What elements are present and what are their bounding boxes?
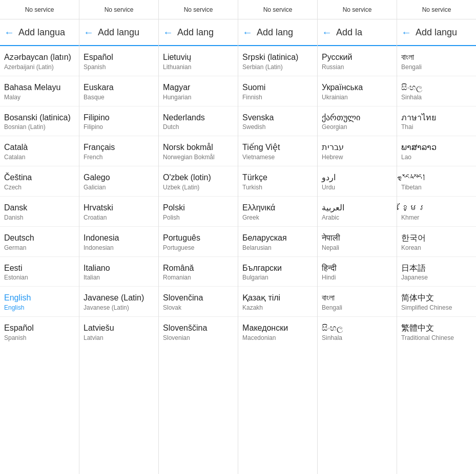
- list-item[interactable]: සිංහලSinhala: [318, 317, 397, 347]
- list-item[interactable]: 繁體中文Traditional Chinese: [397, 317, 476, 347]
- list-item[interactable]: EestiEstonian: [0, 257, 79, 287]
- list-item[interactable]: MagyarHungarian: [159, 76, 238, 106]
- list-item[interactable]: ພາສາລາວLao: [397, 136, 476, 166]
- list-item[interactable]: EspañolSpanish: [79, 46, 158, 76]
- back-button-4[interactable]: ←: [322, 27, 332, 38]
- lang-sub: Lao: [401, 154, 472, 161]
- list-item[interactable]: FrançaisFrench: [79, 136, 158, 166]
- list-item[interactable]: CatalàCatalan: [0, 136, 79, 166]
- lang-name: Беларуская: [242, 233, 313, 244]
- list-item[interactable]: ČeštinaCzech: [0, 166, 79, 197]
- lang-sub: Belarusian: [242, 244, 313, 251]
- lang-sub: Polish: [163, 214, 234, 221]
- list-item[interactable]: SvenskaSwedish: [238, 106, 317, 137]
- list-item[interactable]: SuomiFinnish: [238, 76, 317, 106]
- list-item[interactable]: ΕλληνικάGreek: [238, 197, 317, 227]
- lang-name: Català: [4, 142, 75, 153]
- lang-sub: English: [4, 304, 75, 311]
- list-item[interactable]: БеларускаяBelarusian: [238, 227, 317, 257]
- list-item[interactable]: සිංහලSinhala: [397, 76, 476, 106]
- lang-name: Български: [242, 263, 313, 274]
- list-item[interactable]: ខ្មែរKhmer: [397, 197, 476, 227]
- list-item[interactable]: EspañolSpanish: [0, 317, 79, 347]
- back-button-0[interactable]: ←: [4, 27, 14, 38]
- lang-sub: Lithuanian: [163, 63, 234, 71]
- list-item[interactable]: SlovenčinaSlovak: [159, 287, 238, 317]
- lang-name: Қазақ тілі: [242, 293, 313, 304]
- lang-name: Polski: [163, 203, 234, 213]
- list-item[interactable]: RomânăRomanian: [159, 257, 238, 287]
- lang-sub: Spanish: [4, 334, 75, 341]
- panel-3: ←Add langSrpski (latinica)Serbian (Latin…: [238, 19, 318, 474]
- back-button-1[interactable]: ←: [84, 27, 94, 38]
- lang-sub: Tibetan: [401, 184, 472, 191]
- panel-header-5: ←Add langu: [397, 19, 476, 46]
- list-item[interactable]: LatviešuLatvian: [79, 317, 158, 347]
- list-item[interactable]: TürkçeTurkish: [238, 166, 317, 197]
- list-item[interactable]: རྒྱང་སྐད།Tibetan: [397, 166, 476, 197]
- list-item[interactable]: LietuviųLithuanian: [159, 46, 238, 76]
- panel-1: ←Add languEspañolSpanishEuskaraBasqueFil…: [79, 19, 159, 474]
- list-item[interactable]: Norsk bokmålNorwegian Bokmål: [159, 136, 238, 166]
- list-item[interactable]: 한국어Korean: [397, 227, 476, 257]
- lang-sub: Sinhala: [322, 334, 392, 341]
- list-item[interactable]: Javanese (Latin)Javanese (Latin): [79, 287, 158, 317]
- list-item[interactable]: МакедонскиMacedonian: [238, 317, 317, 347]
- list-item[interactable]: Bahasa MelayuMalay: [0, 76, 79, 106]
- list-item[interactable]: Қазақ тіліKazakh: [238, 287, 317, 317]
- list-item[interactable]: PolskiPolish: [159, 197, 238, 227]
- list-item[interactable]: HrvatskiCroatian: [79, 197, 158, 227]
- list-item[interactable]: العربيةArabic: [318, 197, 397, 227]
- back-button-2[interactable]: ←: [163, 27, 173, 38]
- list-item[interactable]: বাংলাBengali: [318, 287, 397, 317]
- list-item[interactable]: ItalianoItalian: [79, 257, 158, 287]
- lang-name: Română: [163, 263, 234, 274]
- lang-sub: Slovenian: [163, 334, 234, 341]
- lang-name: বাংলা: [401, 52, 472, 63]
- lang-sub: Bulgarian: [242, 274, 313, 281]
- list-item[interactable]: DeutschGerman: [0, 227, 79, 257]
- lang-name: Bosanski (latinica): [4, 113, 75, 123]
- lang-name: Tiếng Việt: [242, 142, 313, 153]
- back-button-5[interactable]: ←: [401, 27, 411, 38]
- lang-name: Italiano: [84, 263, 154, 274]
- list-item[interactable]: РусскийRussian: [318, 46, 397, 76]
- status-segment-0: No service: [0, 0, 79, 19]
- list-item[interactable]: IndonesiaIndonesian: [79, 227, 158, 257]
- list-item[interactable]: বাংলাBengali: [397, 46, 476, 76]
- list-item[interactable]: नेपालीNepali: [318, 227, 397, 257]
- list-item[interactable]: FilipinoFilipino: [79, 106, 158, 137]
- list-item[interactable]: DanskDanish: [0, 197, 79, 227]
- lang-name: Türkçe: [242, 173, 313, 183]
- lang-name: ภาษาไทย: [401, 113, 472, 123]
- list-item[interactable]: ქართულიGeorgian: [318, 106, 397, 137]
- list-item[interactable]: O'zbek (lotin)Uzbek (Latin): [159, 166, 238, 197]
- lang-sub: Macedonian: [242, 334, 313, 341]
- list-item[interactable]: हिन्दीHindi: [318, 257, 397, 287]
- list-item[interactable]: GalegoGalician: [79, 166, 158, 197]
- lang-name: Galego: [84, 173, 154, 183]
- list-item[interactable]: УкраїнськаUkrainian: [318, 76, 397, 106]
- back-button-3[interactable]: ←: [242, 27, 253, 38]
- lang-sub: Catalan: [4, 154, 75, 161]
- list-item[interactable]: 简体中文Simplified Chinese: [397, 287, 476, 317]
- list-item[interactable]: EnglishEnglish: [0, 287, 79, 317]
- list-item[interactable]: SlovenščinaSlovenian: [159, 317, 238, 347]
- list-item[interactable]: עבריתHebrew: [318, 136, 397, 166]
- list-item[interactable]: اردوUrdu: [318, 166, 397, 197]
- list-item[interactable]: Tiếng ViệtVietnamese: [238, 136, 317, 166]
- lang-name: ខ្មែរ: [401, 203, 472, 213]
- lang-name: 한국어: [401, 233, 472, 244]
- list-item[interactable]: БългарскиBulgarian: [238, 257, 317, 287]
- list-item[interactable]: Azərbaycan (latın)Azerbaijani (Latin): [0, 46, 79, 76]
- list-item[interactable]: Srpski (latinica)Serbian (Latin): [238, 46, 317, 76]
- list-item[interactable]: 日本語Japanese: [397, 257, 476, 287]
- list-item[interactable]: PortuguêsPortuguese: [159, 227, 238, 257]
- lang-name: Русский: [322, 52, 392, 63]
- lang-list-5: বাংলাBengaliසිංහලSinhalaภาษาไทยThaiພາສາລ…: [397, 46, 476, 474]
- list-item[interactable]: Bosanski (latinica)Bosnian (Latin): [0, 106, 79, 137]
- list-item[interactable]: NederlandsDutch: [159, 106, 238, 137]
- lang-name: Čeština: [4, 173, 75, 183]
- list-item[interactable]: EuskaraBasque: [79, 76, 158, 106]
- list-item[interactable]: ภาษาไทยThai: [397, 106, 476, 137]
